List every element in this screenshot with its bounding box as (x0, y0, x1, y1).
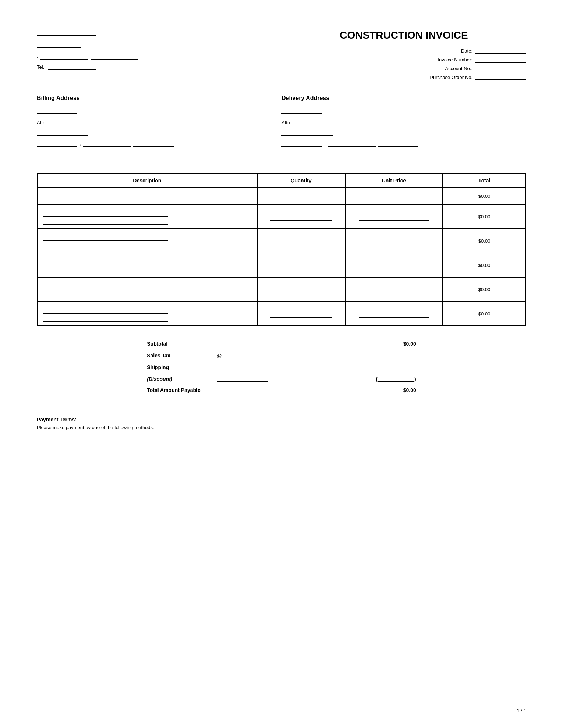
table-row: $0.00 (37, 277, 526, 301)
city-field (40, 53, 88, 60)
delivery-street-line (282, 129, 333, 136)
delivery-city-field (282, 140, 322, 147)
total-cell-5: $0.00 (443, 301, 526, 326)
desc-line2-3 (43, 267, 168, 273)
totals-table: Subtotal $0.00 Sales Tax @ Shipping (Dis… (147, 341, 416, 398)
desc-line2-4 (43, 291, 168, 297)
payment-terms-label: Payment Terms: (37, 417, 526, 422)
desc-cell-5 (37, 301, 257, 326)
delivery-country-line (282, 151, 326, 157)
desc-line1-4 (43, 283, 168, 289)
shipping-row: Shipping (147, 364, 416, 370)
invoice-page: , Tel.: CONSTRUCTION INVOICE Date: Invoi… (37, 29, 526, 430)
state-field (91, 53, 138, 60)
comma: , (37, 53, 38, 59)
payment-terms-text: Please make payment by one of the follow… (37, 425, 526, 430)
discount-desc-field (217, 375, 268, 382)
qty-cell-0 (257, 188, 345, 204)
subtotal-row: Subtotal $0.00 (147, 341, 416, 347)
delivery-attn-row: Attn: (282, 119, 526, 125)
sales-tax-rate-field (225, 352, 277, 358)
qty-line-2 (270, 238, 332, 245)
qty-cell-1 (257, 204, 345, 229)
desc-line1-5 (43, 307, 168, 314)
delivery-state-field (328, 140, 376, 147)
billing-attn-field (49, 119, 100, 125)
account-no-field (475, 65, 526, 71)
delivery-heading: Delivery Address (282, 95, 526, 101)
delivery-name-line (282, 107, 322, 114)
delivery-attn-field (294, 119, 345, 125)
desc-cell-4 (37, 277, 257, 301)
desc-cell-0 (37, 188, 257, 204)
table-row: $0.00 (37, 301, 526, 326)
unit-line-1 (359, 214, 428, 221)
billing-street-line (37, 129, 88, 136)
unit-cell-0 (345, 188, 443, 204)
table-row: $0.00 (37, 253, 526, 277)
shipping-label: Shipping (147, 364, 213, 370)
invoice-table: Description Quantity Unit Price Total $0… (37, 173, 526, 326)
desc-line1-0 (43, 193, 168, 200)
po-row: Purchase Order No. (430, 74, 526, 80)
unit-line-3 (359, 263, 428, 269)
totals-section: Subtotal $0.00 Sales Tax @ Shipping (Dis… (37, 341, 526, 398)
date-field (475, 47, 526, 54)
desc-line1-3 (43, 258, 168, 265)
unit-cell-3 (345, 253, 443, 277)
table-row: $0.00 (37, 229, 526, 253)
col-header-unit-price: Unit Price (345, 174, 443, 188)
sales-tax-value-field (280, 352, 325, 358)
qty-line-4 (270, 287, 332, 293)
col-header-total: Total (443, 174, 526, 188)
delivery-comma: , (324, 141, 326, 146)
desc-line2-1 (43, 218, 168, 225)
qty-line-3 (270, 263, 332, 269)
discount-value-wrapper: ( ) (376, 375, 416, 382)
discount-amount-field (378, 375, 414, 382)
desc-line1-2 (43, 234, 168, 241)
col-header-description: Description (37, 174, 257, 188)
invoice-number-label: Invoice Number: (438, 57, 472, 63)
page-number: 1 / 1 (517, 708, 526, 713)
desc-line2-5 (43, 315, 168, 322)
account-no-label: Account No.: (445, 66, 472, 71)
unit-cell-2 (345, 229, 443, 253)
company-info: , Tel.: (37, 29, 282, 70)
billing-heading: Billing Address (37, 95, 282, 101)
invoice-number-field (475, 56, 526, 63)
unit-line-4 (359, 287, 428, 293)
date-row: Date: (461, 47, 526, 54)
billing-country-line (37, 151, 81, 157)
qty-line-1 (270, 214, 332, 221)
date-label: Date: (461, 48, 472, 54)
company-address-line: , (37, 53, 282, 60)
qty-line-0 (270, 193, 332, 200)
total-row: Total Amount Payable $0.00 (147, 387, 416, 393)
discount-row: (Discount) ( ) (147, 375, 416, 382)
billing-address-block: Billing Address Attn: , (37, 95, 282, 158)
table-row: $0.00 (37, 204, 526, 229)
table-row: $0.00 (37, 188, 526, 204)
desc-line2-2 (43, 242, 168, 249)
billing-attn-row: Attn: (37, 119, 282, 125)
invoice-number-row: Invoice Number: (438, 56, 526, 63)
total-cell-0: $0.00 (443, 188, 526, 204)
col-header-quantity: Quantity (257, 174, 345, 188)
delivery-zip-field (378, 140, 418, 147)
company-name-line2 (37, 41, 81, 48)
subtotal-label: Subtotal (147, 341, 213, 347)
invoice-title: CONSTRUCTION INVOICE (282, 29, 526, 41)
tel-label: Tel.: (37, 64, 46, 70)
unit-line-5 (359, 311, 428, 318)
total-cell-3: $0.00 (443, 253, 526, 277)
shipping-value-field (372, 364, 416, 370)
discount-label: (Discount) (147, 376, 213, 382)
account-no-row: Account No.: (445, 65, 526, 71)
billing-comma: , (79, 141, 81, 146)
total-cell-1: $0.00 (443, 204, 526, 229)
invoice-title-block: CONSTRUCTION INVOICE Date: Invoice Numbe… (282, 29, 526, 80)
billing-attn-label: Attn: (37, 120, 47, 125)
unit-line-2 (359, 238, 428, 245)
unit-cell-1 (345, 204, 443, 229)
